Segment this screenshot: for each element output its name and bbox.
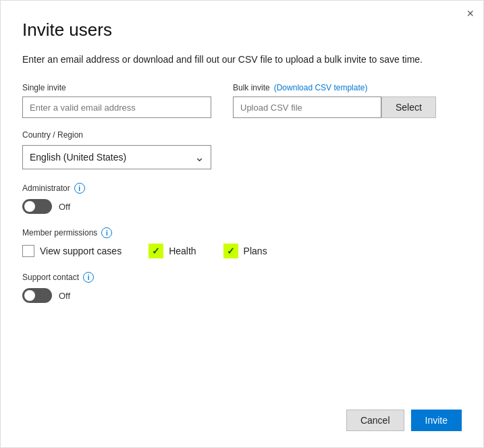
support-contact-toggle-label: Off <box>59 291 70 301</box>
administrator-header-row: Administrator i <box>22 183 462 194</box>
close-button[interactable]: × <box>466 7 474 20</box>
plans-checkbox-box[interactable]: ✓ <box>223 244 238 258</box>
single-invite-label: Single invite <box>22 83 211 92</box>
administrator-toggle-label: Off <box>59 202 70 212</box>
support-contact-label: Support contact <box>22 273 79 282</box>
invite-fields-row: Single invite Bulk invite (Download CSV … <box>22 83 462 118</box>
administrator-toggle-row: Off <box>22 199 462 214</box>
footer-row: Cancel Invite <box>346 410 462 431</box>
plans-label: Plans <box>244 246 267 256</box>
plans-checkmark-icon: ✓ <box>227 246 235 256</box>
country-region-label: Country / Region <box>22 130 462 140</box>
dialog-title: Invite users <box>22 20 462 40</box>
support-contact-toggle-row: Off <box>22 288 462 303</box>
cancel-button[interactable]: Cancel <box>346 410 404 431</box>
select-button[interactable]: Select <box>381 96 436 118</box>
checkbox-health: ✓ Health <box>149 244 196 258</box>
administrator-info-icon[interactable]: i <box>74 183 85 194</box>
member-permissions-section: Member permissions i View support cases … <box>22 227 462 258</box>
health-checkbox-box[interactable]: ✓ <box>149 244 163 258</box>
support-contact-info-icon[interactable]: i <box>83 272 94 283</box>
download-csv-link[interactable]: (Download CSV template) <box>274 83 368 92</box>
bulk-invite-field-row: Select <box>233 96 436 118</box>
single-invite-group: Single invite <box>22 83 211 118</box>
country-region-group: Country / Region English (United States)… <box>22 130 462 169</box>
country-region-select[interactable]: English (United States) <box>22 145 211 169</box>
bulk-invite-label: Bulk invite <box>233 83 270 92</box>
member-permissions-label: Member permissions <box>22 228 97 237</box>
view-support-label: View support cases <box>40 246 122 256</box>
support-contact-header-row: Support contact i <box>22 272 462 283</box>
dialog-description: Enter an email address or download and f… <box>22 53 462 67</box>
member-permissions-info-icon[interactable]: i <box>101 227 112 238</box>
checkbox-view-support: View support cases <box>22 245 122 257</box>
view-support-checkbox-box[interactable] <box>22 245 34 257</box>
bulk-invite-group: Bulk invite (Download CSV template) Sele… <box>233 83 436 118</box>
member-permissions-header-row: Member permissions i <box>22 227 462 238</box>
invite-users-dialog: × Invite users Enter an email address or… <box>0 0 484 448</box>
support-contact-toggle[interactable] <box>22 288 52 303</box>
health-checkmark-icon: ✓ <box>152 246 160 256</box>
health-label: Health <box>169 246 196 256</box>
administrator-label: Administrator <box>22 184 70 193</box>
administrator-toggle[interactable] <box>22 199 52 214</box>
single-invite-input[interactable] <box>22 96 211 118</box>
administrator-section: Administrator i Off <box>22 183 462 214</box>
invite-button[interactable]: Invite <box>411 410 462 431</box>
country-region-dropdown-wrapper: English (United States) ⌄ <box>22 145 211 169</box>
checkbox-plans: ✓ Plans <box>223 244 267 258</box>
support-contact-section: Support contact i Off <box>22 272 462 303</box>
bulk-invite-label-row: Bulk invite (Download CSV template) <box>233 83 436 92</box>
permissions-checkboxes-row: View support cases ✓ Health ✓ Plans <box>22 244 462 258</box>
bulk-invite-input[interactable] <box>233 96 381 118</box>
